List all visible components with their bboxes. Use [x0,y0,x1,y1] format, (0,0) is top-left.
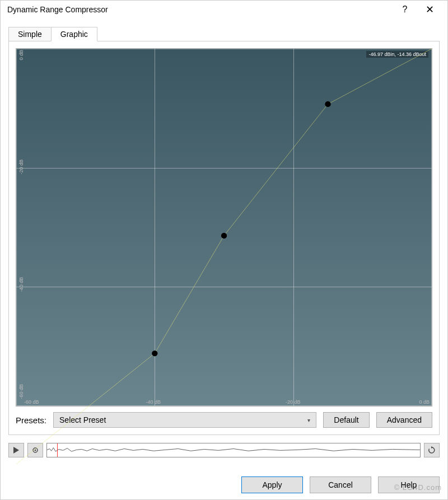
preview-waveform[interactable] [46,443,421,457]
tab-simple[interactable]: Simple [8,27,52,41]
dialog-buttons: Apply Cancel Help [1,471,447,500]
help-button[interactable]: Help [378,476,440,493]
window-title: Dynamic Range Compressor [6,5,393,14]
svg-point-0 [152,351,157,356]
tab-panel: 0 dB -20 dB -40 dB -60 dB -60 dB -40 dB … [8,41,440,435]
dialog-body: Simple Graphic 0 dB -20 dB -40 dB -60 dB… [1,18,447,463]
compressor-graph[interactable]: 0 dB -20 dB -40 dB -60 dB -60 dB -40 dB … [16,48,432,406]
help-icon[interactable]: ? [393,1,417,18]
dialog-window: Dynamic Range Compressor ? ✕ Simple Grap… [0,0,448,500]
waveform-icon [47,443,420,456]
apply-button[interactable]: Apply [241,476,303,493]
transfer-curve[interactable] [16,49,432,464]
preview-row [8,443,440,457]
titlebar: Dynamic Range Compressor ? ✕ [1,1,447,18]
tab-graphic[interactable]: Graphic [51,27,97,41]
close-icon[interactable]: ✕ [417,1,442,18]
svg-point-2 [325,101,330,107]
tab-bar: Simple Graphic [8,27,440,41]
playhead[interactable] [57,443,58,457]
cancel-button[interactable]: Cancel [310,476,371,493]
svg-point-1 [221,233,227,239]
